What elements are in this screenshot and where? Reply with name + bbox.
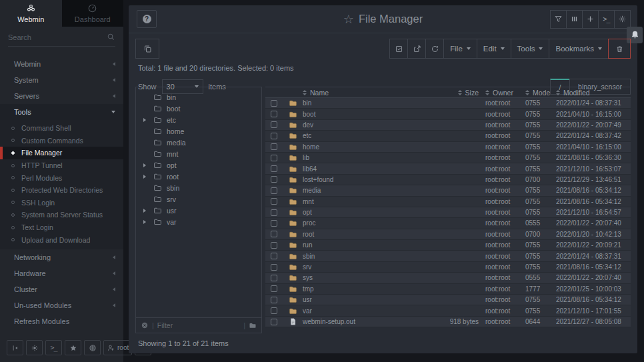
- file-name[interactable]: proc: [303, 219, 425, 227]
- copy-path-button[interactable]: [135, 39, 159, 59]
- sidebar-item-refresh-modules[interactable]: Refresh Modules: [0, 313, 123, 329]
- row-checkbox[interactable]: [271, 264, 277, 271]
- table-row-etc[interactable]: etcroot:root07552022/01/24 - 08:37:42: [265, 131, 631, 141]
- language-button[interactable]: [84, 340, 101, 355]
- sidebar-item-hardware[interactable]: Hardware: [0, 265, 123, 281]
- row-checkbox[interactable]: [271, 111, 277, 117]
- trash-button[interactable]: [608, 39, 631, 59]
- collapse-sidebar-button[interactable]: [7, 340, 23, 355]
- tree-item-srv[interactable]: srv: [136, 193, 261, 205]
- file-name[interactable]: usr: [303, 296, 425, 303]
- table-row-opt[interactable]: optroot:root07552021/12/10 - 16:54:57: [265, 207, 631, 218]
- favorites-button[interactable]: [65, 340, 81, 355]
- columns-button[interactable]: [566, 10, 583, 29]
- sidebar-item-cluster[interactable]: Cluster: [0, 281, 123, 297]
- row-checkbox[interactable]: [271, 100, 277, 107]
- sidebar-item-system[interactable]: System: [0, 72, 123, 88]
- tree-item-opt[interactable]: opt: [136, 159, 261, 171]
- file-name[interactable]: dev: [303, 121, 425, 129]
- file-name[interactable]: webmin-setup.out: [303, 318, 425, 325]
- file-name[interactable]: boot: [303, 111, 425, 118]
- row-checkbox[interactable]: [271, 220, 277, 227]
- column-header-name[interactable]: Name: [303, 89, 425, 97]
- row-checkbox[interactable]: [271, 297, 277, 303]
- sidebar-item-custom-commands[interactable]: Custom Commands: [0, 135, 123, 147]
- menu-bookmarks[interactable]: Bookmarks: [549, 39, 609, 59]
- settings-button[interactable]: [614, 10, 631, 29]
- file-name[interactable]: var: [303, 307, 425, 315]
- theme-toggle-button[interactable]: [26, 340, 43, 355]
- expander-icon[interactable]: [143, 175, 149, 179]
- row-checkbox[interactable]: [271, 133, 277, 139]
- row-checkbox[interactable]: [271, 253, 277, 259]
- table-row-proc[interactable]: procroot:root05552022/01/22 - 20:07:40: [265, 218, 631, 229]
- table-row-dev[interactable]: devroot:root07552022/01/22 - 20:07:49: [265, 120, 631, 131]
- sidebar-item-networking[interactable]: Networking: [0, 249, 123, 265]
- export-button[interactable]: [407, 39, 426, 59]
- file-name[interactable]: opt: [303, 209, 425, 216]
- sidebar-item-command-shell[interactable]: Command Shell: [0, 122, 123, 135]
- sidebar-item-system-and-server-status[interactable]: System and Server Status: [0, 209, 123, 221]
- sidebar-item-ssh-login[interactable]: SSH Login: [0, 197, 123, 209]
- column-header-modified[interactable]: Modified: [556, 89, 631, 97]
- file-name[interactable]: sbin: [303, 253, 425, 260]
- column-header-owner[interactable]: Owner: [485, 89, 525, 97]
- sidebar-item-servers[interactable]: Servers: [0, 88, 123, 104]
- row-checkbox[interactable]: [271, 285, 277, 292]
- row-checkbox[interactable]: [271, 187, 277, 194]
- tree-item-usr[interactable]: usr: [136, 205, 261, 216]
- sidebar-item-perl-modules[interactable]: Perl Modules: [0, 171, 123, 184]
- tree-item-mnt[interactable]: mnt: [136, 148, 261, 159]
- table-row-lost-found[interactable]: lost+foundroot:root07002021/12/29 - 13:4…: [265, 175, 631, 185]
- row-checkbox[interactable]: [271, 231, 277, 237]
- table-row-home[interactable]: homeroot:root07552021/04/10 - 16:15:00: [265, 142, 631, 153]
- tree-item-etc[interactable]: etc: [136, 114, 261, 125]
- user-button[interactable]: root: [103, 340, 132, 355]
- folder-tree-toggle-icon[interactable]: [249, 321, 257, 329]
- sidebar-item-un-used-modules[interactable]: Un-used Modules: [0, 297, 123, 313]
- search-input[interactable]: [8, 33, 107, 41]
- sidebar-item-file-manager[interactable]: File Manager: [0, 147, 123, 159]
- table-row-root[interactable]: rootroot:root07002022/01/20 - 10:42:13: [265, 229, 631, 240]
- expander-icon[interactable]: [143, 220, 149, 224]
- create-button[interactable]: [582, 10, 599, 29]
- table-row-media[interactable]: mediaroot:root07552021/08/16 - 05:34:12: [265, 185, 631, 196]
- table-row-sys[interactable]: sysroot:root05552022/01/22 - 20:07:40: [265, 273, 631, 283]
- sidebar-item-webmin[interactable]: Webmin: [0, 56, 123, 72]
- tree-item-boot[interactable]: boot: [136, 103, 261, 114]
- table-row-lib64[interactable]: lib64root:root07552021/12/10 - 16:53:07: [265, 163, 631, 174]
- row-checkbox[interactable]: [271, 165, 277, 172]
- table-row-srv[interactable]: srvroot:root07552021/08/16 - 05:34:12: [265, 262, 631, 273]
- tab-dashboard[interactable]: Dashboard: [62, 0, 124, 27]
- tab-webmin[interactable]: Webmin: [0, 0, 62, 27]
- menu-tools[interactable]: Tools: [511, 39, 550, 59]
- file-name[interactable]: lost+found: [303, 176, 425, 183]
- row-checkbox[interactable]: [271, 209, 277, 216]
- tree-item-root[interactable]: root: [136, 171, 261, 182]
- terminal-button[interactable]: >_: [45, 340, 62, 355]
- sidebar-item-tools[interactable]: Tools: [0, 104, 123, 120]
- row-checkbox[interactable]: [271, 319, 277, 325]
- file-name[interactable]: run: [303, 241, 425, 249]
- tree-item-var[interactable]: var: [136, 216, 261, 227]
- table-row-lib[interactable]: libroot:root07552021/08/16 - 05:36:30: [265, 153, 631, 163]
- expander-icon[interactable]: [143, 118, 149, 122]
- file-name[interactable]: bin: [303, 99, 425, 107]
- refresh-button[interactable]: [425, 39, 444, 59]
- menu-file[interactable]: File: [443, 39, 477, 59]
- table-row-webmin-setup-out[interactable]: webmin-setup.out918 bytesroot:root064420…: [265, 317, 631, 327]
- row-checkbox[interactable]: [271, 275, 277, 281]
- table-row-tmp[interactable]: tmproot:root17772022/01/25 - 10:00:03: [265, 284, 631, 295]
- file-name[interactable]: lib64: [303, 165, 425, 173]
- table-row-var[interactable]: varroot:root07552021/12/10 - 17:01:55: [265, 305, 631, 316]
- row-checkbox[interactable]: [271, 198, 277, 205]
- row-checkbox[interactable]: [271, 143, 277, 150]
- terminal-button[interactable]: >_: [598, 10, 615, 29]
- filter-button[interactable]: [550, 10, 567, 29]
- table-row-run[interactable]: runroot:root07552022/01/22 - 20:09:21: [265, 240, 631, 251]
- table-row-usr[interactable]: usrroot:root07552021/08/16 - 05:34:12: [265, 295, 631, 305]
- file-name[interactable]: srv: [303, 263, 425, 271]
- row-checkbox[interactable]: [271, 176, 277, 183]
- file-name[interactable]: lib: [303, 154, 425, 161]
- table-row-bin[interactable]: binroot:root07552022/01/24 - 08:37:31: [265, 98, 631, 109]
